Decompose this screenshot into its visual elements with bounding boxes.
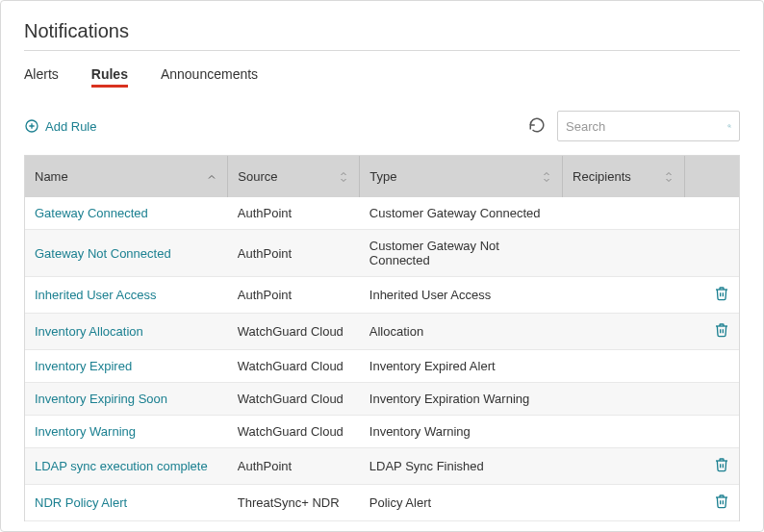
- table-row: Inventory WarningWatchGuard CloudInvento…: [25, 416, 739, 448]
- col-recipients[interactable]: Recipients: [563, 156, 684, 197]
- add-rule-label: Add Rule: [45, 119, 96, 134]
- pagination: 4 pages 10 Per page Back Next: [24, 521, 740, 532]
- col-source[interactable]: Source: [228, 156, 360, 197]
- col-source-label: Source: [238, 169, 277, 184]
- col-name[interactable]: Name: [25, 156, 228, 197]
- rule-type: Allocation: [360, 314, 563, 350]
- rule-name-link[interactable]: Inventory Expiring Soon: [25, 383, 228, 416]
- col-actions: [684, 156, 739, 197]
- rule-source: AuthPoint: [228, 230, 360, 277]
- trash-icon[interactable]: [714, 497, 729, 512]
- rule-delete-cell: [684, 383, 739, 416]
- tab-rules[interactable]: Rules: [91, 66, 128, 88]
- rule-source: WatchGuard Cloud: [228, 350, 360, 383]
- rule-source: WatchGuard Cloud: [228, 416, 360, 448]
- table-row: Gateway Not ConnectedAuthPointCustomer G…: [25, 230, 739, 277]
- table-row: Inventory AllocationWatchGuard CloudAllo…: [25, 314, 739, 350]
- rule-recipients: [563, 277, 684, 314]
- trash-icon[interactable]: [714, 290, 729, 304]
- rule-name-link[interactable]: Gateway Not Connected: [25, 230, 228, 277]
- search-box[interactable]: [557, 111, 740, 141]
- table-row: LDAP sync execution completeAuthPointLDA…: [25, 448, 739, 485]
- rule-delete-cell: [684, 197, 739, 230]
- rule-delete-cell[interactable]: [684, 314, 739, 350]
- rule-delete-cell[interactable]: [684, 448, 739, 485]
- plus-circle-icon: [24, 118, 39, 134]
- rule-delete-cell[interactable]: [684, 277, 739, 314]
- rule-source: WatchGuard Cloud: [228, 314, 360, 350]
- rule-name-link[interactable]: Gateway Connected: [25, 197, 228, 230]
- rule-delete-cell: [684, 230, 739, 277]
- rule-recipients: [563, 448, 684, 485]
- trash-icon[interactable]: [714, 461, 729, 475]
- refresh-button[interactable]: [528, 116, 546, 137]
- table-row: Gateway ConnectedAuthPointCustomer Gatew…: [25, 197, 739, 230]
- rule-recipients: [563, 230, 684, 277]
- rule-delete-cell: [684, 350, 739, 383]
- rule-name-link[interactable]: LDAP sync execution complete: [25, 448, 228, 485]
- rule-type: Customer Gateway Connected: [360, 197, 563, 230]
- rule-type: Inventory Warning: [360, 416, 563, 448]
- rule-source: AuthPoint: [228, 197, 360, 230]
- rule-recipients: [563, 314, 684, 350]
- tab-announcements[interactable]: Announcements: [161, 66, 258, 88]
- rule-type: LDAP Sync Finished: [360, 448, 563, 485]
- rule-name-link[interactable]: Inventory Expired: [25, 350, 228, 383]
- rule-recipients: [563, 485, 684, 521]
- sort-asc-icon: [206, 171, 217, 183]
- rule-source: AuthPoint: [228, 448, 360, 485]
- rule-recipients: [563, 416, 684, 448]
- rule-recipients: [563, 197, 684, 230]
- tab-alerts[interactable]: Alerts: [24, 66, 59, 88]
- col-recipients-label: Recipients: [573, 169, 631, 184]
- table-row: Inherited User AccessAuthPointInherited …: [25, 277, 739, 314]
- rule-source: ThreatSync+ NDR: [228, 485, 360, 521]
- svg-point-3: [728, 125, 730, 127]
- trash-icon[interactable]: [714, 326, 729, 341]
- col-type-label: Type: [369, 169, 396, 184]
- title-divider: [24, 50, 740, 51]
- rules-table: Name Source: [25, 156, 739, 521]
- rule-recipients: [563, 383, 684, 416]
- rule-name-link[interactable]: Inventory Allocation: [25, 314, 228, 350]
- search-input[interactable]: [566, 119, 727, 134]
- rule-name-link[interactable]: Inherited User Access: [25, 277, 228, 314]
- svg-line-4: [730, 127, 731, 128]
- rule-type: Policy Alert: [360, 485, 563, 521]
- rule-source: WatchGuard Cloud: [228, 383, 360, 416]
- rule-type: Inherited User Access: [360, 277, 563, 314]
- rule-delete-cell[interactable]: [684, 485, 739, 521]
- search-icon: [727, 118, 731, 134]
- col-name-label: Name: [35, 169, 68, 184]
- table-row: Inventory Expiring SoonWatchGuard CloudI…: [25, 383, 739, 416]
- rule-delete-cell: [684, 416, 739, 448]
- rule-name-link[interactable]: NDR Policy Alert: [25, 485, 228, 521]
- sort-icon: [338, 170, 349, 184]
- rule-type: Inventory Expired Alert: [360, 350, 563, 383]
- page-title: Notifications: [24, 20, 740, 42]
- col-type[interactable]: Type: [360, 156, 563, 197]
- table-row: NDR Policy AlertThreatSync+ NDRPolicy Al…: [25, 485, 739, 521]
- tabs-nav: Alerts Rules Announcements: [24, 66, 740, 88]
- table-row: Inventory ExpiredWatchGuard CloudInvento…: [25, 350, 739, 383]
- sort-icon: [663, 170, 675, 184]
- sort-icon: [541, 170, 552, 184]
- rule-type: Inventory Expiration Warning: [360, 383, 563, 416]
- rule-source: AuthPoint: [228, 277, 360, 314]
- rule-recipients: [563, 350, 684, 383]
- add-rule-button[interactable]: Add Rule: [24, 118, 96, 134]
- rule-name-link[interactable]: Inventory Warning: [25, 416, 228, 448]
- rule-type: Customer Gateway Not Connected: [360, 230, 563, 277]
- refresh-icon: [528, 116, 546, 134]
